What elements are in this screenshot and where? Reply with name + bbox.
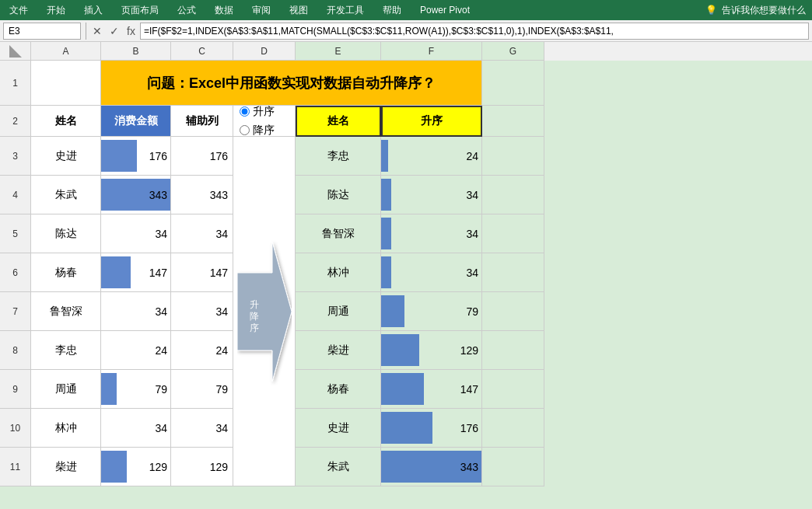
- formula-divider: [86, 23, 86, 40]
- col-header-c[interactable]: C: [171, 42, 233, 61]
- cell-b4: 343: [101, 176, 171, 214]
- cell-e6: 林冲: [296, 253, 381, 292]
- row-num-3: 3: [0, 137, 31, 176]
- cell-f2: 升序: [381, 106, 482, 137]
- cell-c10: 34: [171, 409, 233, 448]
- row-7: 7鲁智深3434周通79: [0, 292, 812, 331]
- svg-text:序: 序: [250, 322, 259, 333]
- cell-c7: 34: [171, 292, 233, 331]
- cell-f3: 24: [381, 137, 482, 176]
- menu-item-review[interactable]: 审阅: [249, 2, 274, 19]
- data-rows: 3史进176176 升 降 序 李忠244朱武343343陈达345陈达3434…: [0, 137, 812, 486]
- search-text[interactable]: 告诉我你想要做什么: [722, 4, 806, 17]
- confirm-icon[interactable]: ✓: [108, 23, 121, 39]
- cell-f11: 343: [381, 448, 482, 486]
- cell-g10: [482, 409, 544, 448]
- radio-descending-label[interactable]: 降序: [240, 124, 275, 138]
- row-8: 8李忠2424柴进129: [0, 331, 812, 370]
- column-headers: A B C D E F G: [0, 42, 812, 61]
- radio-ascending-text: 升序: [253, 105, 275, 119]
- row-num-5: 5: [0, 214, 31, 253]
- merged-title: 问题：Excel中用函数实现对数据自动升降序？: [101, 61, 482, 106]
- cell-a8: 李忠: [31, 331, 101, 370]
- cell-g5: [482, 214, 544, 253]
- cell-f9: 147: [381, 370, 482, 409]
- cell-c11: 129: [171, 448, 233, 486]
- cell-b7: 34: [101, 292, 171, 331]
- cell-e11: 朱武: [296, 448, 381, 486]
- row-num-7: 7: [0, 292, 31, 331]
- menu-item-data[interactable]: 数据: [212, 2, 236, 19]
- radio-descending[interactable]: [240, 125, 250, 135]
- cell-reference-box[interactable]: E3: [3, 23, 81, 40]
- cell-a9: 周通: [31, 370, 101, 409]
- col-header-a[interactable]: A: [31, 42, 101, 61]
- cell-d-arrow: 升 降 序: [233, 137, 296, 486]
- cell-a2: 姓名: [31, 106, 101, 137]
- svg-marker-0: [9, 45, 22, 58]
- cell-c2: 辅助列: [171, 106, 233, 137]
- row-10: 10林冲3434史进176: [0, 409, 812, 448]
- row-2: 2 姓名 消费金额 辅助列 升序 降序 姓名 升序: [0, 106, 812, 137]
- row-4: 4朱武343343陈达34: [0, 176, 812, 214]
- cell-b11: 129: [101, 448, 171, 486]
- cell-c8: 24: [171, 331, 233, 370]
- search-icon: 💡: [705, 5, 717, 16]
- cell-g11: [482, 448, 544, 486]
- cell-g3: [482, 137, 544, 176]
- col-header-d[interactable]: D: [233, 42, 296, 61]
- cell-b2: 消费金额: [101, 106, 171, 137]
- col-header-e[interactable]: E: [296, 42, 381, 61]
- svg-text:升: 升: [250, 299, 259, 310]
- cancel-icon[interactable]: ✕: [91, 23, 103, 39]
- formula-icons: ✕ ✓ fx: [91, 23, 137, 39]
- menu-item-view[interactable]: 视图: [286, 2, 311, 19]
- radio-ascending[interactable]: [240, 106, 250, 117]
- cell-e8: 柴进: [296, 331, 381, 370]
- spreadsheet: A B C D E F G 1 问题：Excel中用函数实现对数据自动升降序？ …: [0, 42, 812, 486]
- row-num-4: 4: [0, 176, 31, 214]
- menu-item-home[interactable]: 开始: [44, 2, 68, 19]
- cell-c4: 343: [171, 176, 233, 214]
- cell-c6: 147: [171, 253, 233, 292]
- formula-bar: E3 ✕ ✓ fx: [0, 20, 812, 42]
- col-header-g[interactable]: G: [482, 42, 544, 61]
- row-num-10: 10: [0, 409, 31, 448]
- cell-g4: [482, 176, 544, 214]
- row-5: 5陈达3434鲁智深34: [0, 214, 812, 253]
- cell-f5: 34: [381, 214, 482, 253]
- cell-a6: 杨春: [31, 253, 101, 292]
- formula-input[interactable]: [140, 23, 809, 40]
- cell-a1: [31, 61, 101, 106]
- col-header-f[interactable]: F: [381, 42, 482, 61]
- menu-item-help[interactable]: 帮助: [380, 2, 404, 19]
- cell-c9: 79: [171, 370, 233, 409]
- menu-item-insert[interactable]: 插入: [81, 2, 106, 19]
- menu-item-powerpivot[interactable]: Power Pivot: [417, 3, 473, 17]
- menu-bar: 文件 开始 插入 页面布局 公式 数据 审阅 视图 开发工具 帮助 Power …: [0, 0, 812, 20]
- cell-f4: 34: [381, 176, 482, 214]
- row-num-6: 6: [0, 253, 31, 292]
- cell-f6: 34: [381, 253, 482, 292]
- fx-icon[interactable]: fx: [125, 23, 137, 39]
- menu-item-file[interactable]: 文件: [6, 2, 31, 19]
- row-num-11: 11: [0, 448, 31, 486]
- row-6: 6杨春147147林冲34: [0, 253, 812, 292]
- cell-b9: 79: [101, 370, 171, 409]
- menu-item-formula[interactable]: 公式: [174, 2, 199, 19]
- cell-a11: 柴进: [31, 448, 101, 486]
- radio-ascending-label[interactable]: 升序: [240, 105, 275, 119]
- cell-e10: 史进: [296, 409, 381, 448]
- cell-e2: 姓名: [296, 106, 381, 137]
- cell-e7: 周通: [296, 292, 381, 331]
- cell-b3: 176: [101, 137, 171, 176]
- svg-text:降: 降: [250, 311, 259, 322]
- cell-c3: 176: [171, 137, 233, 176]
- menu-item-developer[interactable]: 开发工具: [324, 2, 367, 19]
- row-num-9: 9: [0, 370, 31, 409]
- cell-f10: 176: [381, 409, 482, 448]
- col-header-b[interactable]: B: [101, 42, 171, 61]
- cell-c5: 34: [171, 214, 233, 253]
- cell-g8: [482, 331, 544, 370]
- menu-item-pagelayout[interactable]: 页面布局: [118, 2, 162, 19]
